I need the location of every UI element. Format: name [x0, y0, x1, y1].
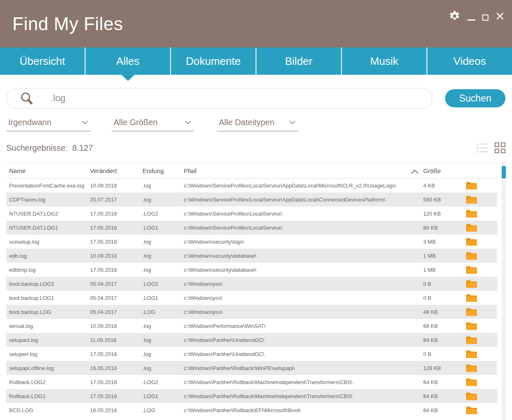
- filter-label: Alle Dateitypen: [219, 118, 275, 127]
- folder-icon: [466, 377, 477, 387]
- open-folder-button[interactable]: [466, 265, 497, 275]
- search-submit-button[interactable]: Suchen: [445, 89, 505, 107]
- table-row[interactable]: Rollback.LOG217.05.2018.LOG2c:\Windows\P…: [6, 375, 497, 389]
- column-header-path[interactable]: Pfad: [184, 167, 423, 174]
- tab-videos[interactable]: Videos: [427, 47, 512, 75]
- filter-dropdown-date[interactable]: Irgendwann: [6, 118, 91, 131]
- column-header-size[interactable]: Größe: [423, 167, 466, 174]
- file-size: 64 KB: [423, 337, 466, 343]
- table-row[interactable]: Rollback.LOG117.05.2018.LOG1c:\Windows\P…: [6, 389, 497, 403]
- file-size: 0 B: [423, 295, 466, 301]
- maximize-button[interactable]: [482, 10, 488, 23]
- file-size: 128 KB: [423, 365, 466, 371]
- open-folder-button[interactable]: [466, 349, 497, 359]
- open-folder-button[interactable]: [466, 363, 497, 373]
- open-folder-button[interactable]: [466, 293, 497, 303]
- file-extension: .LOG1: [142, 393, 184, 399]
- file-extension: .log: [142, 197, 184, 203]
- file-name: boot.backup.LOG2: [9, 281, 90, 287]
- settings-button[interactable]: [449, 10, 460, 23]
- table-row[interactable]: edb.log10.09.2018.logc:\Windows\security…: [6, 249, 497, 263]
- file-modified: 20.07.2017: [90, 197, 142, 203]
- file-path: c:\Windows\security\database\: [184, 267, 423, 273]
- filter-label: Alle Größen: [114, 118, 158, 127]
- results-count: 8.127: [72, 143, 93, 153]
- filter-dropdown-type[interactable]: Alle Dateitypen: [217, 118, 299, 131]
- file-path: c:\Windows\Panther\Rollback\MachineIndep…: [184, 379, 423, 385]
- table-row[interactable]: NTUSER.DAT.LOG117.05.2018.LOG1c:\Windows…: [6, 221, 497, 235]
- tab-alles[interactable]: Alles: [85, 47, 171, 75]
- table-row[interactable]: edbtmp.log17.05.2018.logc:\Windows\secur…: [6, 263, 497, 277]
- file-modified: 16.05.2018: [90, 365, 142, 371]
- file-size: 68 KB: [423, 323, 466, 329]
- grid-view-icon: [495, 142, 505, 153]
- list-view-button[interactable]: [476, 143, 488, 153]
- folder-icon: [466, 406, 477, 415]
- file-size: 1 MB: [423, 267, 466, 273]
- open-folder-button[interactable]: [466, 392, 497, 401]
- file-name: setuperr.log: [9, 351, 90, 357]
- filter-dropdown-size[interactable]: Alle Größen: [111, 118, 194, 131]
- open-folder-button[interactable]: [466, 321, 497, 331]
- table-row[interactable]: setupapi.offline.log16.05.2018.logc:\Win…: [6, 361, 497, 375]
- minimize-button[interactable]: [467, 10, 475, 23]
- open-folder-button[interactable]: [466, 209, 497, 218]
- table-row[interactable]: PresentationFontCache.exe.log10.09.2018.…: [6, 178, 497, 192]
- table-row[interactable]: setuperr.log17.05.2018.logc:\Windows\Pan…: [6, 347, 497, 361]
- table-row[interactable]: BCD.LOG16.05.2018.LOGc:\Windows\Panther\…: [6, 403, 497, 417]
- file-path: c:\Windows\security\database\: [184, 253, 423, 259]
- open-folder-button[interactable]: [466, 195, 497, 204]
- search-row: Suchen: [7, 88, 505, 109]
- file-size: 4 KB: [423, 183, 466, 189]
- column-header-extension[interactable]: Endung: [142, 167, 184, 174]
- table-row[interactable]: setupact.log11.09.2018.logc:\Windows\Pan…: [6, 333, 497, 347]
- table-row[interactable]: NTUSER.DAT.LOG217.05.2018.LOG2c:\Windows…: [6, 206, 497, 221]
- table-row[interactable]: boot.backup.LOG05.04.2017.LOGc:\Windows\…: [6, 305, 497, 319]
- table-row[interactable]: boot.backup.LOG205.04.2017.LOG2c:\Window…: [6, 277, 497, 291]
- table-row[interactable]: boot.backup.LOG105.04.2017.LOG1c:\Window…: [6, 291, 497, 305]
- open-folder-button[interactable]: [466, 237, 497, 247]
- file-extension: .log: [142, 351, 184, 357]
- filter-label: Irgendwann: [8, 118, 52, 127]
- folder-icon: [466, 237, 477, 247]
- tab-bilder[interactable]: Bilder: [256, 47, 342, 75]
- file-name: NTUSER.DAT.LOG2: [9, 211, 90, 217]
- scrollbar-thumb[interactable]: [502, 166, 506, 178]
- search-box[interactable]: [7, 88, 432, 109]
- table-row[interactable]: CDPTraces.log20.07.2017.logc:\Windows\Se…: [6, 192, 497, 206]
- column-header-name[interactable]: Name: [9, 167, 90, 174]
- file-name: edbtmp.log: [9, 267, 90, 273]
- open-folder-button[interactable]: [466, 279, 497, 289]
- open-folder-button[interactable]: [466, 406, 497, 415]
- file-extension: .log: [142, 183, 184, 189]
- tab-dokumente[interactable]: Dokumente: [171, 47, 256, 75]
- file-modified: 17.05.2018: [90, 351, 142, 357]
- chevron-down-icon: [81, 120, 88, 125]
- scrollbar-track[interactable]: [502, 161, 506, 420]
- maximize-icon: [482, 14, 488, 21]
- close-icon: [495, 12, 505, 22]
- file-path: c:\Windows\pss\: [184, 309, 423, 315]
- file-name: BCD.LOG: [9, 407, 90, 413]
- search-input[interactable]: [50, 93, 401, 104]
- tab-uebersicht[interactable]: Übersicht: [0, 47, 85, 75]
- open-folder-button[interactable]: [466, 335, 497, 345]
- table-row[interactable]: winsat.log10.09.2018.logc:\Windows\Perfo…: [6, 319, 497, 333]
- file-extension: .LOG1: [142, 225, 184, 231]
- file-size: 48 KB: [423, 309, 466, 315]
- table-row[interactable]: scesetup.log17.05.2018.logc:\Windows\sec…: [6, 235, 497, 249]
- open-folder-button[interactable]: [466, 181, 497, 190]
- column-header-modified[interactable]: Verändert: [90, 167, 142, 174]
- grid-view-button[interactable]: [495, 142, 505, 153]
- search-icon: [19, 91, 35, 109]
- open-folder-button[interactable]: [466, 251, 497, 261]
- open-folder-button[interactable]: [466, 307, 497, 317]
- file-name: Rollback.LOG2: [9, 379, 90, 385]
- app-title: Find My Files: [12, 14, 123, 34]
- close-button[interactable]: [495, 10, 505, 23]
- open-folder-button[interactable]: [466, 223, 497, 233]
- file-modified: 10.09.2018: [90, 183, 142, 189]
- tab-musik[interactable]: Musik: [342, 47, 427, 75]
- folder-icon: [466, 181, 477, 190]
- open-folder-button[interactable]: [466, 377, 497, 387]
